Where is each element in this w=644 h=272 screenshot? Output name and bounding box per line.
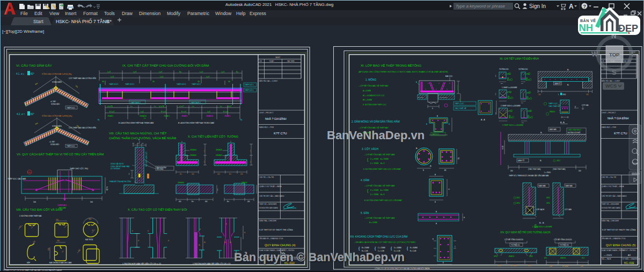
svg-text:KÔNG GIA CƯỜNG ĐAI 1=H93(L)/Đg: KÔNG GIA CƯỜNG ĐAI 1=H93(L)/Đg — [42, 114, 72, 117]
svg-text:200: 200 — [510, 170, 513, 172]
svg-text:DỪNG CẤU NƯỚC: DỪNG CẤU NƯỚC — [111, 162, 124, 165]
svg-text:Đ LÀ ĐƯỜNG KÍNH THÉP ĐAI TRONG: Đ LÀ ĐƯỜNG KÍNH THÉP ĐAI TRONG DẦM — [178, 121, 214, 124]
svg-text:D: D — [432, 108, 433, 110]
svg-text:230: 230 — [498, 264, 501, 267]
svg-text:H: H — [464, 217, 465, 219]
svg-text:A - A: A - A — [560, 121, 565, 124]
svg-text:CỒT THÉP CHỜ LIÊN: CỒT THÉP CHỜ LIÊN — [145, 152, 148, 167]
svg-text:{: { — [367, 158, 369, 162]
svg-text:ΔL: ΔL — [204, 241, 206, 244]
svg-text:LỚP GẠCH: LỚP GẠCH — [536, 208, 544, 211]
svg-text:#ĐồA200: #ĐồA200 — [206, 115, 213, 117]
svg-text:CHIỂU SINH NHỚC: CHIỂU SINH NHỚC — [568, 128, 581, 131]
svg-text:220: 220 — [501, 83, 503, 84]
svg-text:HSKC- NHÀ PHỐ 7 TẦNG*: HSKC- NHÀ PHỐ 7 TẦNG* — [56, 18, 112, 24]
svg-text:TOP: TOP — [609, 52, 620, 58]
svg-text:400: 400 — [247, 201, 250, 203]
svg-text:#ĐồAΓ0: #ĐồAΓ0 — [164, 115, 170, 117]
svg-text:Bтт: Bтт — [227, 201, 230, 203]
svg-text:450: 450 — [217, 188, 218, 191]
svg-text:CỘT BÊ TÔNG 1100X220: CỘT BÊ TÔNG 1100X220 — [504, 238, 523, 241]
svg-text:7Đ0: 7Đ0 — [57, 240, 60, 242]
svg-text:ĐAI CHỐNG XOẮN CHO DẦM: ĐAI CHỐNG XOẮN CHO DẦM — [49, 261, 72, 264]
svg-text:PHẦN BÊ TÔNG ĐÃ THI CÔNG: PHẦN BÊ TÔNG ĐÃ THI CÔNG — [109, 180, 131, 183]
svg-text:KÝ HIỆU + DRAWING N: KÝ HIỆU + DRAWING N — [623, 257, 640, 260]
svg-text:Lə: Lə — [154, 105, 156, 108]
svg-text:2Ø10: 2Ø10 — [529, 255, 533, 257]
svg-text:THÉP DỌC CẤU DẦM: THÉP DỌC CẤU DẦM — [8, 177, 26, 180]
svg-text:5Đ: 5Đ — [91, 228, 94, 231]
svg-text:1Đg: 1Đg — [35, 122, 39, 125]
svg-text:CỒT GIA: CỒT GIA — [582, 104, 588, 106]
svg-text:A200: A200 — [526, 79, 530, 81]
svg-text:(ÁP DỤNG CHO CÔNG TRÌNH I HƯỚN: (ÁP DỤNG CHO CÔNG TRÌNH I HƯỚNG CÓ NƯỚC … — [358, 70, 448, 73]
svg-text:CHỦ TRÌ KẾT CẤU + MAN GIANG: CHỦ TRÌ KẾT CẤU + MAN GIANG — [602, 195, 627, 197]
svg-text:2: ĐƯỜNG KÍNH THÉP ĐAI: 2: ĐƯỜNG KÍNH THÉP ĐAI — [19, 214, 42, 217]
svg-text:K?T C?U: K?T C?U — [614, 132, 627, 135]
svg-text:KIỂM TRA + CHECKER: KIỂM TRA + CHECKER — [259, 219, 277, 222]
svg-text:59A?5C15: 59A?5C15 — [432, 133, 440, 135]
svg-text:500: 500 — [90, 201, 93, 203]
svg-text:Đ: ĐƯỜNG KÍNH THÉP CHỊU LỰC LỚ: Đ: ĐƯỜNG KÍNH THÉP CHỊU LỰC LỚN NHẤT — [364, 199, 402, 202]
svg-text:DẦM SÀN: DẦM SÀN — [566, 185, 573, 187]
svg-text:XII. CHI TIẾT LANH TÔ ĐIỂN HÌN: XII. CHI TIẾT LANH TÔ ĐIỂN HÌNH — [500, 57, 539, 60]
svg-text:1Đg: 1Đg — [34, 82, 38, 85]
svg-text:ĐAI TRÒN: ĐAI TRÒN — [85, 238, 93, 241]
svg-text:{: { — [367, 189, 369, 193]
svg-text:Lə/3: Lə/3 — [107, 71, 111, 73]
svg-text:Bọ: Bọ — [240, 119, 243, 121]
svg-text:D ≥ 30MM: D ≥ 30MM — [394, 247, 401, 249]
svg-text:H=50: H=50 — [502, 146, 504, 149]
svg-text:B: B — [435, 201, 436, 203]
svg-text:THÉP SỐ 2 TREN ĐƯỢC KHOAN CẤY: THÉP SỐ 2 TREN ĐƯỢC KHOAN CẤY LÊN DẦM SÀ… — [509, 174, 548, 177]
svg-text:LANH TÔ: LANH TÔ — [554, 82, 561, 85]
svg-text:3Đ: 3Đ — [197, 81, 200, 83]
svg-text:S: S — [612, 68, 617, 76]
svg-text:Bọ: Bọ — [98, 119, 100, 121]
svg-text:1. MÓNG: 1. MÓNG — [365, 78, 377, 81]
svg-text:Ø10: Ø10 — [544, 257, 547, 259]
svg-text:– LỚP BÊ TÔNG BẢO VỆ THÉP ĐÁY:: – LỚP BÊ TÔNG BẢO VỆ THÉP ĐÁY: — [358, 84, 389, 87]
svg-text:CỒT SÀN: CỒT SÀN — [565, 208, 572, 211]
svg-text:1Đg: 1Đg — [75, 84, 79, 88]
svg-text:DO CHỈ ĐỊNH: DO CHỈ ĐỊNH — [111, 167, 120, 170]
svg-text:E: E — [226, 223, 227, 225]
svg-text:450: 450 — [203, 149, 205, 152]
svg-text:7Đ0: 7Đ0 — [89, 218, 91, 220]
svg-text:A: A — [436, 211, 437, 213]
svg-text:{: { — [358, 246, 360, 250]
svg-text:Ø6A200: Ø6A200 — [560, 257, 566, 259]
svg-text:500: 500 — [33, 201, 36, 203]
svg-text:450: 450 — [250, 149, 251, 152]
svg-text:THÉP C.LỰC: THÉP C.LỰC — [455, 102, 464, 105]
svg-text:H: H — [168, 240, 169, 242]
svg-text:THÉP NHỊP 2: THÉP NHỊP 2 — [130, 101, 141, 104]
svg-text:Đ Lə/4: Đ Lə/4 — [109, 111, 114, 113]
svg-text:Đ LÀ ĐƯỜNG KÍNH THÉP ĐAI TRÌNH: Đ LÀ ĐƯỜNG KÍNH THÉP ĐAI TRÌNH DẦM — [119, 121, 153, 124]
svg-text:Lə/4: Lə/4 — [206, 76, 209, 78]
svg-text:A: A — [435, 174, 436, 176]
svg-text:THEO THIẾT KẾ: THEO THIẾT KẾ — [455, 107, 466, 110]
svg-text:TƯỜNG 220: TƯỜNG 220 — [499, 68, 509, 70]
svg-text:Lə/2: Lə/2 — [207, 111, 210, 113]
svg-text:KÉP: KÉP — [27, 261, 30, 264]
svg-text:NGÀY: NGÀY — [269, 60, 274, 62]
svg-text:{: { — [391, 246, 392, 250]
svg-text:D > 25MM A ≥ D: D > 25MM A ≥ D — [370, 162, 385, 164]
svg-text:DẦM SÀN: DẦM SÀN — [550, 128, 557, 131]
svg-text:60°: 60° — [31, 73, 34, 75]
svg-text:VÒNG NÉN: VÒNG NÉN — [52, 125, 62, 127]
svg-text:4.1. α ≤: 4.1. α ≤ — [16, 73, 25, 75]
svg-text:THÉP GỐI 3: THÉP GỐI 3 — [109, 83, 119, 85]
svg-text:15Ø(HOẰC): 15Ø(HOẰC) — [57, 204, 67, 206]
svg-text:2Ø10: 2Ø10 — [507, 73, 510, 75]
svg-text:X. CẤU TẠO CỘT CÓ TIẾT DIỆN TH: X. CẤU TẠO CỘT CÓ TIẾT DIỆN THAY ĐỔI — [128, 207, 187, 211]
svg-text:ΔL: ΔL — [199, 244, 201, 246]
svg-text:A200: A200 — [507, 79, 511, 81]
svg-text:Đ Lə/4: Đ Lə/4 — [223, 111, 228, 113]
svg-text:E: E — [200, 228, 201, 231]
svg-text:CHỦ TRÌ + CHủ TRÌ: CHỦ TRÌ + CHủ TRÌ — [259, 176, 274, 178]
svg-text:ə Lə/7: ə Lə/7 — [179, 105, 184, 108]
svg-text:VÒNG KÉO: VÒNG KÉO — [51, 103, 60, 105]
svg-text:HẠNG MỤC + ITEM: HẠNG MỤC + ITEM — [602, 126, 616, 128]
